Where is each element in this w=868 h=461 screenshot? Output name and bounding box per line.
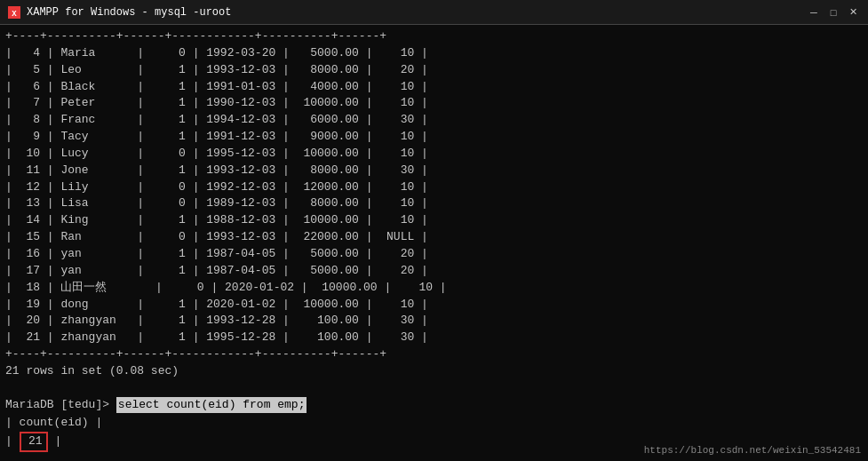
table-row: | 13 | Lisa | 0 | 1989-12-03 | 8000.00 |… (5, 195, 863, 212)
window-title: XAMPP for Windows - mysql -uroot (27, 6, 231, 19)
table-row: | 10 | Lucy | 0 | 1995-12-03 | 10000.00 … (5, 146, 863, 163)
separator-top: +----+----------+------+------------+---… (5, 28, 863, 45)
table-row: | 18 | 山田一然 | 0 | 2020-01-02 | 10000.00 … (5, 280, 863, 297)
table-row: | 8 | Franc | 1 | 1994-12-03 | 6000.00 |… (5, 112, 863, 129)
table-row: | 19 | dong | 1 | 2020-01-02 | 10000.00 … (5, 297, 863, 314)
table-row: | 7 | Peter | 1 | 1990-12-03 | 10000.00 … (5, 95, 863, 112)
title-bar-left: X XAMPP for Windows - mysql -uroot (7, 5, 231, 20)
count-value-box: 21 (20, 432, 48, 452)
terminal-body: +----+----------+------+------------+---… (0, 25, 868, 461)
table-row: | 14 | King | 1 | 1988-12-03 | 10000.00 … (5, 212, 863, 229)
table-rows: +----+----------+------+------------+---… (5, 28, 863, 346)
minimize-button[interactable]: ─ (806, 4, 822, 20)
col-header-label: count(eid) (20, 416, 89, 429)
rows-summary: 21 rows in set (0.08 sec) (5, 363, 863, 380)
table-row: | 15 | Ran | 0 | 1993-12-03 | 22000.00 |… (5, 229, 863, 246)
command-line: MariaDB [tedu]> select count(eid) from e… (5, 397, 863, 414)
watermark: https://blog.csdn.net/weixin_53542481 (644, 445, 861, 456)
window-controls: ─ □ ✕ (806, 4, 861, 20)
title-bar: X XAMPP for Windows - mysql -uroot ─ □ ✕ (0, 0, 868, 25)
table-row: | 5 | Leo | 1 | 1993-12-03 | 8000.00 | 2… (5, 62, 863, 79)
table-row: | 6 | Black | 1 | 1991-01-03 | 4000.00 |… (5, 79, 863, 96)
table-row: | 16 | yan | 1 | 1987-04-05 | 5000.00 | … (5, 246, 863, 263)
table-row: | 11 | Jone | 1 | 1993-12-03 | 8000.00 |… (5, 163, 863, 179)
close-button[interactable]: ✕ (845, 4, 861, 20)
maximize-button[interactable]: □ (825, 4, 841, 20)
table-row: | 17 | yan | 1 | 1987-04-05 | 5000.00 | … (5, 263, 863, 280)
table-row: | 12 | Lily | 0 | 1992-12-03 | 12000.00 … (5, 179, 863, 196)
table-row: | 9 | Tacy | 1 | 1991-12-03 | 9000.00 | … (5, 129, 863, 146)
blank-line (5, 380, 863, 397)
command-highlight: select count(eid) from emp; (116, 397, 307, 414)
separator-bottom: +----+----------+------+------------+---… (5, 346, 863, 363)
app-icon: X (7, 5, 21, 20)
table-row: | 21 | zhangyan | 1 | 1995-12-28 | 100.0… (5, 330, 863, 346)
table-row: | 4 | Maria | 0 | 1992-03-20 | 5000.00 |… (5, 45, 863, 62)
prompt1: MariaDB [tedu]> (5, 397, 116, 414)
svg-text:X: X (12, 10, 17, 19)
col-header-line: | count(eid) | (5, 415, 863, 432)
table-row: | 20 | zhangyan | 1 | 1993-12-28 | 100.0… (5, 313, 863, 330)
